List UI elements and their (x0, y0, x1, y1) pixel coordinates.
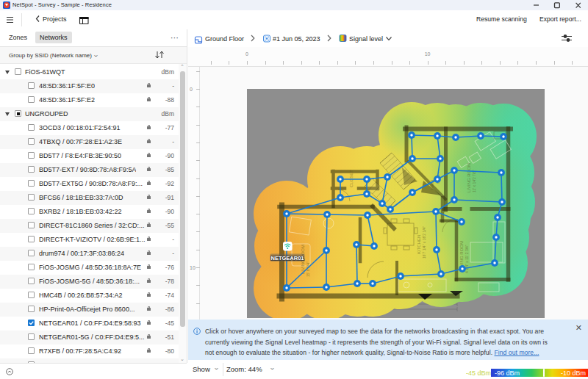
svg-text:NETGEAR01: NETGEAR01 (270, 255, 304, 261)
svg-text:Export report...: Export report... (539, 15, 581, 23)
svg-text:11' x 14'2 7/8": 11' x 14'2 7/8" (472, 170, 476, 192)
svg-text:Ground Floor: Ground Floor (205, 35, 244, 43)
svg-text:Signal level: Signal level (349, 35, 383, 43)
svg-text:16'7 1/4" x 16'2 1/4": 16'7 1/4" x 16'2 1/4" (422, 226, 426, 259)
svg-text:HALL: HALL (430, 178, 434, 190)
svg-text:#1 Jun 05, 2023: #1 Jun 05, 2023 (273, 35, 320, 43)
svg-text:Projects: Projects (43, 15, 67, 23)
svg-text:KITCHEN: KITCHEN (417, 235, 421, 254)
svg-text:LIVING ROOM: LIVING ROOM (467, 163, 471, 192)
svg-text:CLOSET: CLOSET (349, 170, 354, 187)
svg-text:Resume scanning: Resume scanning (476, 15, 527, 23)
